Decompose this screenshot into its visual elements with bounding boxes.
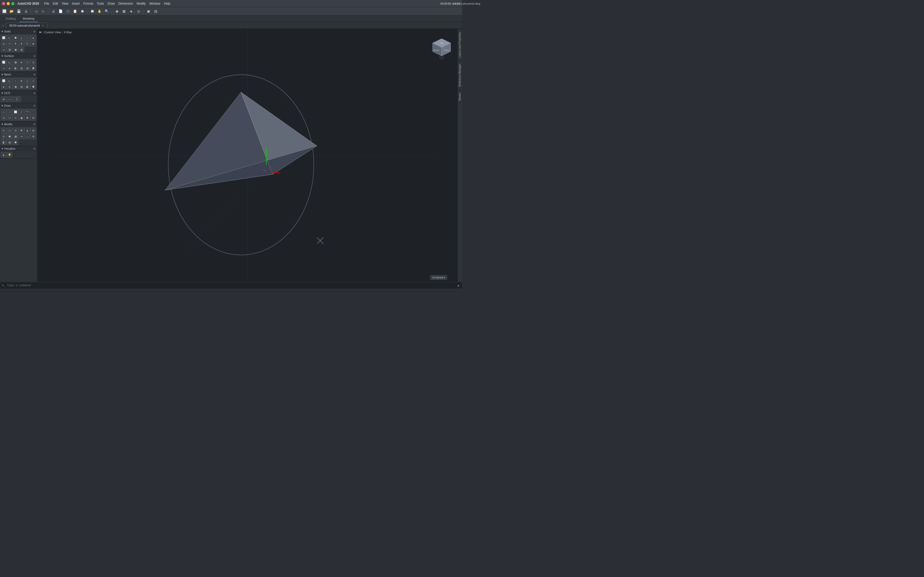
section-visualize-gear[interactable]: ⚙ [33, 147, 36, 150]
tool-loft[interactable]: ◈ [31, 41, 36, 47]
command-input[interactable] [7, 284, 455, 287]
toolbar-open[interactable]: 📂 [8, 8, 15, 15]
tool-m10[interactable]: ▤ [19, 84, 24, 89]
toolbar-save[interactable]: 💾 [16, 8, 22, 15]
tool-ucs2[interactable]: ↔ [7, 96, 12, 102]
section-modify-header[interactable]: ▾ Modify ⚙ [0, 122, 37, 127]
tool-cone[interactable]: △ [19, 35, 24, 40]
section-ucs-header[interactable]: ▾ UCS ⚙ [0, 90, 37, 95]
tool-torus[interactable]: ◎ [1, 41, 6, 47]
tool-sphere[interactable]: ○ [24, 35, 30, 40]
toolbar-view2[interactable]: ✋ [96, 8, 103, 15]
panel-reference[interactable]: Reference Manager [458, 61, 462, 90]
tool-mod1[interactable]: ↻ [1, 127, 6, 133]
tool-s3[interactable]: ▦ [13, 59, 18, 65]
menu-format[interactable]: Format [83, 2, 93, 5]
tab-modeling[interactable]: Modeling [19, 15, 38, 22]
tool-mod8[interactable]: ⬢ [7, 134, 12, 139]
tool-vis1[interactable]: ◈ [1, 152, 6, 158]
tool-mod11[interactable]: ↔ [24, 134, 30, 139]
tool-d11[interactable]: ✚ [24, 115, 30, 121]
tool-box[interactable]: ⬜ [1, 35, 6, 40]
tool-d6[interactable]: ⌒ [31, 109, 36, 114]
section-solid-gear[interactable]: ⚙ [33, 30, 36, 33]
section-draw-gear[interactable]: ⚙ [33, 104, 36, 107]
toolbar-plot3[interactable]: ⬡ [65, 8, 71, 15]
tool-s8[interactable]: ▲ [7, 65, 12, 71]
tool-s5[interactable]: ⬡ [24, 59, 30, 65]
tool-m7[interactable]: ▲ [1, 84, 6, 89]
tab-drafting[interactable]: Drafting [2, 15, 19, 22]
tool-d7[interactable]: ⊡ [1, 115, 6, 121]
command-expand-icon[interactable]: ▲ [457, 284, 460, 287]
tool-d8[interactable]: ⬡ [7, 115, 12, 121]
tool-d12[interactable]: ⊞ [31, 115, 36, 121]
toolbar-vis3[interactable]: ◈ [128, 8, 134, 15]
tool-cylinder[interactable]: ⬟ [13, 35, 18, 40]
tool-m11[interactable]: ◧ [24, 84, 30, 89]
tab-close-icon[interactable]: ✕ [42, 24, 44, 27]
tool-m3[interactable]: ○ [13, 78, 18, 84]
named-box[interactable]: Unnamed ▾ [430, 276, 447, 280]
menu-window[interactable]: Window [149, 2, 160, 5]
tool-m5[interactable]: △ [24, 78, 30, 84]
maximize-button[interactable] [11, 2, 15, 5]
tool-ucs3[interactable]: 3 [13, 96, 21, 102]
tool-revolve[interactable]: ↻ [24, 41, 30, 47]
section-visualize-header[interactable]: ▾ Visualize ⚙ [0, 146, 37, 151]
tool-d9[interactable]: ⊙ [13, 115, 18, 121]
tool-d1[interactable]: — [1, 109, 6, 114]
tool-s9[interactable]: ◧ [13, 65, 18, 71]
toolbar-view1[interactable]: 🔲 [89, 8, 96, 15]
tool-mod12[interactable]: ⊕ [31, 134, 36, 139]
minimize-button[interactable] [7, 2, 10, 5]
section-surface-gear[interactable]: ⚙ [33, 55, 36, 58]
tool-s10[interactable]: ▨ [19, 65, 24, 71]
toolbar-vis4[interactable]: ◎ [135, 8, 142, 15]
tool-s11[interactable]: ▤ [24, 65, 30, 71]
toolbar-extra1[interactable]: ▣ [145, 8, 152, 15]
menu-help[interactable]: Help [164, 2, 170, 5]
toolbar-plot4[interactable]: 📋 [72, 8, 78, 15]
tool-mod13[interactable]: ◧ [1, 139, 6, 145]
tool-pyramid[interactable]: ▲ [31, 35, 36, 40]
tool-m9[interactable]: ▦ [13, 84, 18, 89]
section-surface-header[interactable]: ▾ Surface ⚙ [0, 53, 37, 58]
toolbar-new[interactable]: ⬜ [1, 8, 8, 15]
tool-s1[interactable]: ⬜ [1, 59, 6, 65]
view-name[interactable]: Custom View [44, 31, 61, 34]
tool-s12[interactable]: ⬢ [31, 65, 36, 71]
toolbar-plot2[interactable]: 📄 [57, 8, 64, 15]
tool-section2[interactable]: ▣ [13, 47, 18, 52]
close-button[interactable] [2, 2, 5, 5]
tool-mod5[interactable]: ▲ [24, 127, 30, 133]
tool-d2[interactable]: ○ [7, 109, 12, 114]
viewport[interactable]: ▶ | Custom View | X-Ray [37, 29, 457, 282]
tool-s4[interactable]: ◈ [19, 59, 24, 65]
tool-poly[interactable]: ⬡ [7, 41, 12, 47]
toolbar-back[interactable]: ◁ [33, 8, 39, 15]
menu-view[interactable]: View [61, 2, 68, 5]
menu-insert[interactable]: Insert [72, 2, 80, 5]
tool-m1[interactable]: ⬜ [1, 78, 6, 84]
toolbar-vis1[interactable]: ◉ [113, 8, 120, 15]
menu-modify[interactable]: Modify [137, 2, 146, 5]
tool-d4[interactable]: ╱ [19, 109, 24, 114]
toolbar-view3[interactable]: 🔍 [103, 8, 110, 15]
toolbar-print[interactable]: 🖨 [23, 8, 29, 15]
tool-s7[interactable]: ↝ [1, 65, 6, 71]
tool-mod15[interactable]: ⬟ [13, 139, 18, 145]
panel-layers[interactable]: Layers and Properties [458, 29, 462, 61]
tool-mod14[interactable]: ▨ [7, 139, 12, 145]
tool-mod7[interactable]: ◎ [1, 134, 6, 139]
tool-m2[interactable]: ◺ [7, 78, 12, 84]
tool-wedge[interactable]: ◺ [7, 35, 12, 40]
toolbar-extra2[interactable]: ▤ [152, 8, 159, 15]
toolbar-forward[interactable]: ▷ [40, 8, 47, 15]
tool-ucs1[interactable]: ⊕ [1, 96, 6, 102]
toolbar-plot5[interactable]: ⬢ [79, 8, 86, 15]
tool-mod3[interactable]: ⊡ [13, 127, 18, 133]
section-modify-gear[interactable]: ⚙ [33, 123, 36, 126]
tool-mod9[interactable]: ▦ [13, 134, 18, 139]
tab-home-icon[interactable]: ⌂ [2, 24, 4, 27]
